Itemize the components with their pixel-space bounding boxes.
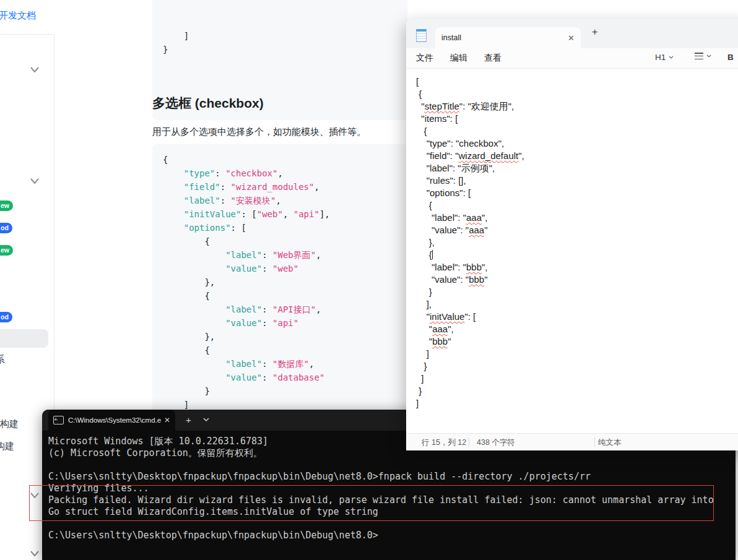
sidebar-item-partial[interactable]: 系 bbox=[0, 354, 5, 366]
screen: 开发文档 ew od ew od 系 构建 构建 ]} 多选框 (checkbo… bbox=[0, 0, 738, 560]
notepad-editor[interactable]: [ { "stepTitle": "欢迎使用", "items": [ { "t… bbox=[406, 68, 738, 433]
char-count: 438 个字符 bbox=[477, 437, 515, 448]
sidebar-item-build[interactable]: 构建 bbox=[0, 441, 14, 452]
close-icon[interactable]: ✕ bbox=[568, 33, 575, 43]
chevron-down-icon bbox=[706, 54, 712, 59]
new-tab-icon[interactable]: + bbox=[592, 27, 597, 38]
sidebar-badge-new: ew bbox=[0, 245, 13, 256]
terminal-tab-title: C:\Windows\System32\cmd.e bbox=[68, 416, 162, 424]
sidebar-badge-mod: od bbox=[0, 223, 12, 233]
list-dropdown[interactable] bbox=[695, 53, 712, 59]
code-block-checkbox-example: { "type": "checkbox", "field": "wizard_m… bbox=[152, 144, 407, 413]
status-separator bbox=[594, 437, 595, 447]
list-icon bbox=[695, 53, 703, 59]
chevron-down-icon[interactable] bbox=[27, 176, 42, 187]
heading-style-dropdown[interactable]: H1 bbox=[655, 53, 674, 62]
chevron-down-icon[interactable] bbox=[202, 416, 211, 423]
sidebar-badge-mod: od bbox=[0, 312, 12, 322]
cursor-position: 行 15，列 12 bbox=[422, 437, 466, 448]
sidebar-badge-new: ew bbox=[0, 200, 13, 211]
chevron-down-icon[interactable] bbox=[27, 548, 42, 559]
close-icon[interactable]: ✕ bbox=[164, 416, 170, 424]
menu-view[interactable]: 查看 bbox=[484, 53, 501, 64]
sidebar-item-build[interactable]: 构建 bbox=[0, 418, 19, 430]
notepad-icon bbox=[416, 29, 427, 42]
chevron-down-icon[interactable] bbox=[27, 64, 42, 75]
notepad-tab-install[interactable]: install ✕ bbox=[435, 27, 581, 48]
chevron-down-icon[interactable] bbox=[27, 490, 42, 501]
bold-button[interactable]: B bbox=[727, 53, 734, 62]
notepad-tab-title: install bbox=[441, 33, 568, 42]
doc-type: 纯文本 bbox=[598, 437, 622, 448]
status-separator bbox=[469, 437, 469, 447]
new-tab-icon[interactable]: + bbox=[186, 415, 191, 425]
notepad-window: install ✕ + 文件 编辑 查看 H1 B [ { "stepTitle… bbox=[406, 19, 738, 450]
breadcrumb[interactable]: 开发文档 bbox=[0, 10, 36, 22]
notepad-toolbar: 文件 编辑 查看 H1 B bbox=[406, 48, 738, 68]
sidebar-item-selected[interactable] bbox=[0, 329, 48, 348]
menu-edit[interactable]: 编辑 bbox=[450, 53, 467, 64]
sidebar-top-divider bbox=[0, 34, 54, 35]
section-heading: 多选框 (checkbox) bbox=[152, 95, 264, 112]
chevron-down-icon bbox=[668, 55, 674, 60]
menu-file[interactable]: 文件 bbox=[416, 53, 433, 64]
terminal-tab-cmd[interactable]: C:\Windows\System32\cmd.e ✕ bbox=[48, 410, 175, 431]
cmd-icon bbox=[53, 416, 64, 424]
notepad-status-bar: 行 15，列 12 438 个字符 纯文本 bbox=[406, 433, 738, 450]
section-description: 用于从多个选项中选择多个，如功能模块、插件等。 bbox=[152, 126, 366, 138]
